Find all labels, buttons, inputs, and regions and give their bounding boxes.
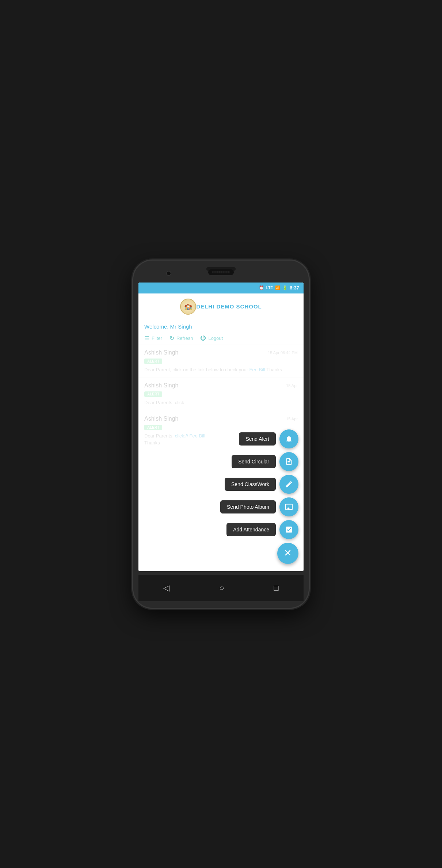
add-attendance-label[interactable]: Add Attendance xyxy=(226,523,276,536)
back-button[interactable]: ◁ xyxy=(163,583,169,593)
battery-icon: 🔋 xyxy=(282,285,287,290)
circular-icon xyxy=(285,458,293,466)
lte-icon: LTE xyxy=(266,286,273,290)
bell-icon xyxy=(285,435,293,443)
school-name: DELHI DEMO SCHOOL xyxy=(196,303,262,310)
status-time: 6:37 xyxy=(290,285,299,291)
welcome-section: Welcome, Mr Singh xyxy=(138,320,304,332)
logout-label: Logout xyxy=(208,336,223,341)
refresh-button[interactable]: ↻ Refresh xyxy=(169,335,193,342)
app-header: 🏫 DELHI DEMO SCHOOL xyxy=(138,293,304,320)
fab-container: Send Alert Send Circular Send Clas xyxy=(220,429,298,564)
phone-nav-bar: ◁ ○ □ xyxy=(138,575,304,601)
camera xyxy=(166,271,171,276)
refresh-icon: ↻ xyxy=(169,335,174,342)
send-alert-item: Send Alert xyxy=(239,429,298,448)
phone-frame: ⏰ LTE 📶 🔋 6:37 🏫 DELHI DEMO SCHOOL Welco… xyxy=(133,261,309,608)
photo-album-icon xyxy=(285,503,293,511)
logout-button[interactable]: ⏻ Logout xyxy=(200,335,223,341)
phone-screen: ⏰ LTE 📶 🔋 6:37 🏫 DELHI DEMO SCHOOL Welco… xyxy=(138,283,304,571)
school-logo: 🏫 xyxy=(180,299,196,315)
refresh-label: Refresh xyxy=(176,336,193,341)
send-classwork-button[interactable] xyxy=(279,475,298,494)
send-photo-album-item: Send Photo Album xyxy=(220,497,298,516)
send-circular-button[interactable] xyxy=(279,452,298,471)
alarm-icon: ⏰ xyxy=(259,285,264,290)
status-bar: ⏰ LTE 📶 🔋 6:37 xyxy=(138,283,304,293)
send-photo-album-button[interactable] xyxy=(279,497,298,516)
toolbar: ☰ Filter ↻ Refresh ⏻ Logout xyxy=(138,332,304,345)
welcome-text: Welcome, Mr Singh xyxy=(144,323,298,330)
send-classwork-label[interactable]: Send ClassWork xyxy=(225,478,276,491)
logo-icon: 🏫 xyxy=(184,303,192,311)
attendance-icon xyxy=(285,526,293,534)
recents-button[interactable]: □ xyxy=(274,583,279,593)
send-circular-label[interactable]: Send Circular xyxy=(232,455,276,468)
filter-icon: ☰ xyxy=(144,335,149,342)
logout-icon: ⏻ xyxy=(200,335,206,341)
speaker xyxy=(208,269,234,275)
send-classwork-item: Send ClassWork xyxy=(225,475,298,494)
filter-button[interactable]: ☰ Filter xyxy=(144,335,162,342)
add-attendance-item: Add Attendance xyxy=(226,520,298,539)
send-photo-album-label[interactable]: Send Photo Album xyxy=(220,500,276,513)
filter-label: Filter xyxy=(152,336,162,341)
send-alert-button[interactable] xyxy=(279,429,298,448)
add-attendance-button[interactable] xyxy=(279,520,298,539)
close-icon: ✕ xyxy=(284,547,292,559)
signal-icon: 📶 xyxy=(275,285,280,290)
send-circular-item: Send Circular xyxy=(232,452,298,471)
home-button[interactable]: ○ xyxy=(219,583,224,593)
classwork-icon xyxy=(285,480,293,488)
send-alert-label[interactable]: Send Alert xyxy=(239,432,276,446)
fab-main-button[interactable]: ✕ xyxy=(277,543,298,564)
